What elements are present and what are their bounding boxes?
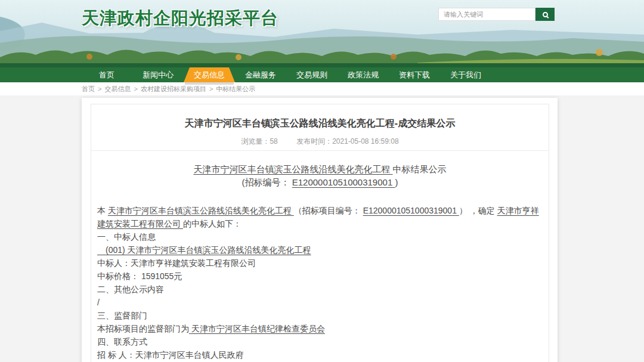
nav-item-4[interactable]: 金融服务 [235,67,286,82]
breadcrumb-separator: > [98,85,101,92]
plain-text: 招 标 人：天津市宁河区丰台镇人民政府 [97,350,244,360]
nav-item-8[interactable]: 关于我们 [440,67,491,82]
article-line: 二、其他公示内容 [97,283,543,296]
plain-text: 四、联系方式 [97,337,147,346]
plain-text: 中标价格： 1591055元 [97,271,182,281]
article-line: 中标价格： 1591055元 [97,270,543,283]
article-line: 三、监督部门 [97,309,543,322]
article-title: 天津市宁河区丰台镇滨玉公路线沿线美化亮化工程-成交结果公示 [97,117,543,130]
plain-text: 的中标人如下： [183,219,242,228]
article-line: 四、联系方式 [97,335,543,348]
breadcrumb-separator: > [134,85,137,92]
nav-item-1[interactable]: 首页 [81,67,132,82]
site-title: 天津政村企阳光招采平台 [82,7,278,30]
nav-item-7[interactable]: 资料下载 [389,67,440,82]
plain-text: 三、监督部门 [97,311,147,320]
article-line: 本招标项目的监督部门为 天津市宁河区丰台镇纪律检查委员会 [97,322,543,335]
plain-text: 中标结果公示 [393,164,447,174]
breadcrumb-item-4[interactable]: 中标结果公示 [216,85,255,94]
plain-text: (招标编号： [242,177,292,187]
article-line: 中标人：天津市亨祥建筑安装工程有限公司 [97,256,543,270]
article-line: / [97,296,543,309]
breadcrumb-separator: > [209,85,213,92]
article-line: (001) 天津市宁河区丰台镇滨玉公路线沿线美化亮化工程 [97,243,543,256]
nav-item-5[interactable]: 交易规则 [286,67,338,82]
plain-text: 中标人：天津市亨祥建筑安装工程有限公司 [97,258,256,268]
nav-item-6[interactable]: 政策法规 [338,67,389,82]
breadcrumb-item-1[interactable]: 首页 [82,85,95,94]
article-body: 本 天津市宁河区丰台镇滨玉公路线沿线美化亮化工程 （招标项目编号： E12000… [97,204,543,362]
search-button[interactable] [535,8,555,21]
breadcrumb-item-2[interactable]: 交易信息 [104,85,131,94]
underlined-text: 天津市宁河区丰台镇纪律检查委员会 [189,324,325,333]
plain-text: 二、其他公示内容 [97,284,164,294]
underlined-text: E1200001051000319001 [363,206,459,215]
article-line: 招 标 人：天津市宁河区丰台镇人民政府 [97,348,543,361]
main-nav: 首页新闻中心交易信息金融服务交易规则政策法规资料下载关于我们 [0,67,644,82]
views-count: 浏览量：58 [241,137,277,146]
content-card: 天津市宁河区丰台镇滨玉公路线沿线美化亮化工程-成交结果公示 浏览量：58 发布时… [82,98,558,362]
search-icon [543,12,548,17]
announcement-panel: 天津市宁河区丰台镇滨玉公路线沿线美化亮化工程-成交结果公示 浏览量：58 发布时… [91,104,549,362]
announcement-subtitle: 天津市宁河区丰台镇滨玉公路线沿线美化亮化工程 中标结果公示 [97,163,543,176]
nav-item-2[interactable]: 新闻中心 [132,67,184,82]
underlined-text: E1200001051000319001 [292,177,395,187]
plain-text: ） ，确定 [459,206,497,215]
article-line: 一、中标人信息 [97,230,543,243]
underlined-text: (001) 天津市宁河区丰台镇滨玉公路线沿线美化亮化工程 [97,245,311,255]
nav-item-3[interactable]: 交易信息 [184,67,235,82]
plain-text: ) [395,177,398,187]
publish-time: 发布时间：2021-05-08 16:59:08 [296,137,398,146]
breadcrumb-item-3[interactable]: 农村建设招标采购项目 [141,85,206,94]
breadcrumb: 首页>交易信息>农村建设招标采购项目>中标结果公示 [0,82,644,95]
plain-text: / [97,298,100,307]
search-bar [438,8,555,21]
plain-text: （招标项目编号： [294,206,363,215]
search-input[interactable] [438,8,535,21]
header-banner: 天津政村企阳光招采平台 [0,0,644,67]
underlined-text: 天津市宁河区丰台镇滨玉公路线沿线美化亮化工程 [193,164,392,174]
bid-number-line: (招标编号： E1200001051000319001 ) [97,176,543,189]
article-line: 本 天津市宁河区丰台镇滨玉公路线沿线美化亮化工程 （招标项目编号： E12000… [97,204,543,230]
plain-text: 本 [97,206,108,215]
main-area: 天津市宁河区丰台镇滨玉公路线沿线美化亮化工程-成交结果公示 浏览量：58 发布时… [0,98,644,362]
plain-text: 一、中标人信息 [97,232,156,242]
article-meta: 浏览量：58 发布时间：2021-05-08 16:59:08 [97,137,543,147]
underlined-text: 天津市宁河区丰台镇滨玉公路线沿线美化亮化工程 [108,206,294,215]
meta-divider [91,150,549,151]
plain-text: 本招标项目的监督部门为 [97,324,189,333]
